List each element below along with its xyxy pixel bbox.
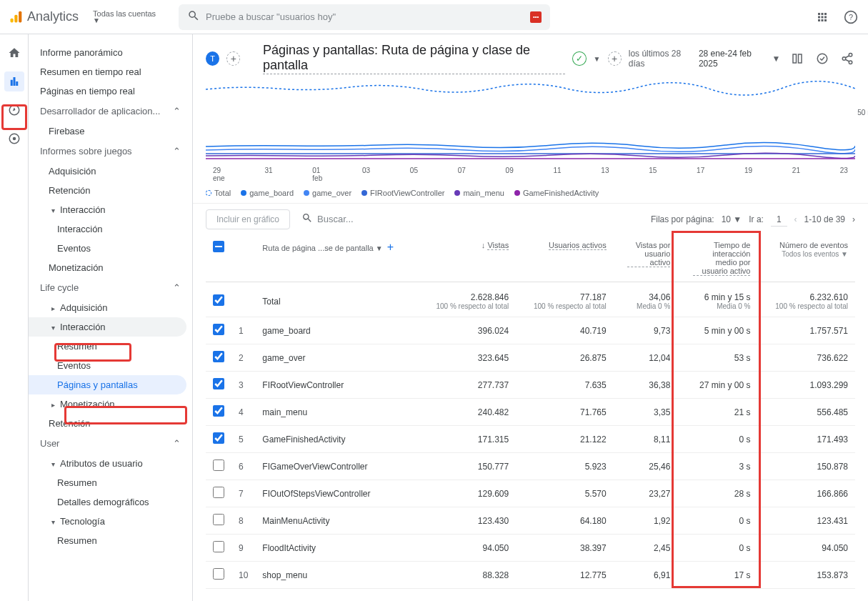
add-button[interactable]: +	[608, 51, 622, 66]
sidebar-group-user[interactable]: User⌃	[29, 433, 192, 454]
col-events-label: Número de eventos	[779, 241, 848, 249]
cell-name[interactable]: FIGameOverViewController	[255, 453, 418, 480]
legend-item[interactable]: FIRootViewController	[361, 189, 444, 197]
row-checkbox[interactable]	[213, 351, 224, 362]
sidebar-lc-retention[interactable]: Retención	[29, 414, 192, 433]
chevron-down-icon[interactable]: ▼	[594, 55, 601, 63]
table-row[interactable]: 5 GameFinishedActivity 171.315 21.122 8,…	[206, 426, 855, 453]
rail-explore-icon[interactable]	[4, 100, 24, 120]
row-checkbox[interactable]	[213, 324, 224, 335]
row-checkbox[interactable]	[213, 432, 224, 444]
cell-name[interactable]: FloodItActivity	[255, 535, 418, 562]
row-checkbox[interactable]	[213, 405, 224, 417]
legend-item[interactable]: GameFinishedActivity	[514, 189, 599, 197]
sidebar-panoramic[interactable]: Informe panorámico	[29, 43, 192, 62]
table-row[interactable]: 8 MainMenuActivity 123.430 64.180 1,92 0…	[206, 507, 855, 535]
sidebar-firebase[interactable]: Firebase	[29, 121, 192, 141]
sidebar-lc-interaction[interactable]: ▾Interacción	[29, 317, 186, 337]
col-dimension[interactable]: Ruta de página ...se de pantalla ▼+	[255, 235, 418, 282]
chart-x-tick: 11	[553, 167, 561, 182]
legend-item[interactable]: Total	[206, 189, 231, 197]
cell-engagement: 6 min y 15 sMedia 0 %	[677, 282, 757, 317]
date-range-selector[interactable]: los últimos 28 días 28 ene-24 feb 2025 ▼	[629, 49, 781, 69]
col-engagement[interactable]: Tiempo de interacción medio por usuario …	[677, 235, 757, 282]
cell-name[interactable]: FIRootViewController	[255, 372, 418, 399]
sidebar-user-resumen[interactable]: Resumen	[29, 473, 192, 492]
sidebar-lc-resumen[interactable]: Resumen	[29, 337, 192, 356]
share-icon[interactable]	[839, 50, 855, 67]
rail-reports-icon[interactable]	[4, 71, 24, 91]
table-row[interactable]: 10 shop_menu 88.328 12.775 6,91 17 s 153…	[206, 562, 855, 589]
cell-vpu: 25,46	[614, 453, 678, 480]
sidebar-games-acquisition[interactable]: Adquisición	[29, 162, 192, 181]
sidebar-lc-events[interactable]: Eventos	[29, 356, 192, 375]
rows-per-page-select[interactable]: 10 ▼	[722, 214, 742, 224]
sidebar-group-lifecycle[interactable]: Life cycle⌃	[29, 277, 192, 298]
row-checkbox[interactable]	[213, 514, 224, 525]
table-row[interactable]: 7 FIOutOfStepsViewController 129.609 5.5…	[206, 480, 855, 507]
col-events[interactable]: Número de eventosTodos los eventos ▼	[757, 235, 855, 282]
sidebar-realtime-pages[interactable]: Páginas en tiempo real	[29, 81, 192, 101]
cell-name[interactable]: main_menu	[255, 399, 418, 426]
sidebar-tech-resumen[interactable]: Resumen	[29, 531, 192, 550]
table-search[interactable]: Buscar...	[299, 209, 570, 229]
apps-icon[interactable]	[814, 9, 831, 26]
sidebar-user-demo[interactable]: Detalles demográficos	[29, 492, 192, 512]
sidebar-games-interaction[interactable]: ▾Interacción	[29, 200, 192, 219]
sidebar-group-dev[interactable]: Desarrollador de aplicacion...⌃	[29, 101, 192, 121]
table-row[interactable]: 6 FIGameOverViewController 150.777 5.923…	[206, 453, 855, 480]
cell-name[interactable]: MainMenuActivity	[255, 507, 418, 535]
legend-item[interactable]: game_board	[241, 189, 294, 197]
legend-item[interactable]: game_over	[304, 189, 351, 197]
row-checkbox[interactable]	[213, 378, 224, 389]
cell-engagement: 17 s	[677, 562, 757, 589]
table-row[interactable]: 3 FIRootViewController 277.737 7.635 36,…	[206, 372, 855, 399]
legend-item[interactable]: main_menu	[454, 189, 504, 197]
prev-page-button[interactable]: ‹	[794, 214, 797, 224]
sidebar-tech[interactable]: ▾Tecnología	[29, 512, 192, 531]
table-row[interactable]: 2 game_over 323.645 26.875 12,04 53 s 73…	[206, 344, 855, 372]
goto-input[interactable]: 1	[771, 213, 787, 227]
row-checkbox[interactable]	[213, 460, 224, 471]
cell-name[interactable]: FIOutOfStepsViewController	[255, 480, 418, 507]
cell-name[interactable]: shop_menu	[255, 562, 418, 589]
col-views[interactable]: ↓ Vistas	[419, 235, 516, 282]
cell-name[interactable]: GameFinishedActivity	[255, 426, 418, 453]
table-row[interactable]: 9 FloodItActivity 94.050 38.397 2,45 0 s…	[206, 535, 855, 562]
sidebar-realtime-summary[interactable]: Resumen en tiempo real	[29, 62, 192, 81]
insights-icon[interactable]	[814, 50, 830, 67]
select-all-checkbox[interactable]	[213, 241, 224, 252]
cell-name[interactable]: game_over	[255, 344, 418, 372]
row-checkbox[interactable]	[213, 568, 224, 580]
rail-home-icon[interactable]	[4, 43, 24, 63]
sidebar-games-events[interactable]: Eventos	[29, 239, 192, 258]
cell-name[interactable]: game_board	[255, 317, 418, 344]
sidebar-games-monetization[interactable]: Monetización	[29, 258, 192, 277]
table-row[interactable]: 1 game_board 396.024 40.719 9,73 5 min y…	[206, 317, 855, 344]
sidebar-user-attr[interactable]: ▾Atributos de usuario	[29, 454, 192, 473]
sidebar-games-interaction-sub[interactable]: Interacción	[29, 219, 192, 239]
row-checkbox[interactable]	[213, 487, 224, 498]
sidebar-lc-pages[interactable]: Páginas y pantallas	[29, 375, 186, 394]
sidebar-lc-monetization[interactable]: ▸Monetización	[29, 394, 192, 414]
help-icon[interactable]: ?	[842, 9, 859, 26]
col-events-sub[interactable]: Todos los eventos ▼	[782, 250, 848, 258]
sidebar-games-retention[interactable]: Retención	[29, 181, 192, 200]
include-in-chart-button[interactable]: Incluir en gráfico	[206, 209, 290, 229]
rail-advertising-icon[interactable]	[4, 129, 24, 149]
account-selector[interactable]: Todas las cuentas ▼	[93, 9, 156, 24]
chart-x-tick: 07	[458, 167, 466, 182]
compare-icon[interactable]	[789, 50, 805, 67]
col-users[interactable]: Usuarios activos	[516, 235, 613, 282]
status-check-icon[interactable]: ✓	[572, 51, 586, 66]
table-row[interactable]: 4 main_menu 240.482 71.765 3,35 21 s 556…	[206, 399, 855, 426]
sidebar-lc-acquisition[interactable]: ▸Adquisición	[29, 298, 192, 317]
add-comparison-button[interactable]: +	[226, 51, 240, 66]
row-checkbox[interactable]	[213, 541, 224, 552]
search-bar[interactable]: Pruebe a buscar "usuarios hoy" •••	[179, 4, 550, 30]
sidebar-group-games[interactable]: Informes sobre juegos⌃	[29, 141, 192, 162]
col-vpu[interactable]: Vistas por usuario activo	[614, 235, 678, 282]
next-page-button[interactable]: ›	[852, 214, 855, 224]
row-checkbox[interactable]	[213, 294, 224, 306]
add-dimension-button[interactable]: +	[387, 241, 394, 253]
